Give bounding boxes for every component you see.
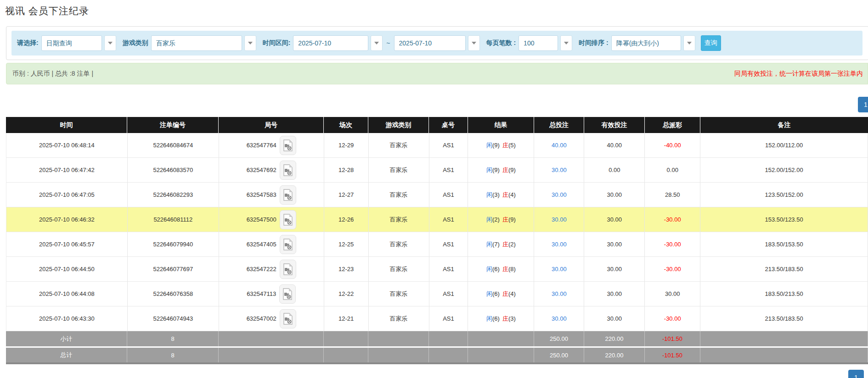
page-size-select[interactable]: 100 [519,35,558,51]
result-player-label: 闲 [486,216,492,224]
result-banker-label: 庄 [502,166,508,174]
cell-total-bet[interactable]: 30.00 [534,306,584,331]
time-sort-dropdown-arrow[interactable] [683,35,695,51]
video-replay-button[interactable] [280,136,296,155]
cell-payout: -30.00 [645,207,700,232]
search-button[interactable]: 查询 [701,35,721,51]
cell-total-bet[interactable]: 30.00 [534,183,584,207]
subtotal-total-bet: 250.00 [534,331,584,346]
table-row: 2025-07-10 06:44:50 522646077697 6325472… [6,257,868,282]
cell-total-bet[interactable]: 30.00 [534,282,584,306]
cell-total-bet[interactable]: 30.00 [534,232,584,256]
video-replay-button[interactable] [280,235,296,254]
table-header-row: 时间 注单编号 局号 场次 游戏类别 桌号 结果 总投注 有效投注 总派彩 备注 [6,117,868,133]
result-banker-value: (3) [508,315,516,322]
video-replay-button[interactable] [280,185,296,205]
cell-session: 12-27 [324,183,369,207]
cell-bet-id: 522646083570 [128,158,219,182]
cell-result: 闲(9) 庄(5) [468,133,534,157]
valid-bet-notice: 同局有效投注，统一计算在该局第一张注单内 [734,70,863,78]
grand-total-total-bet: 250.00 [534,348,584,362]
result-player-value: (6) [492,266,500,272]
cell-time: 2025-07-10 06:48:14 [6,133,128,157]
cell-valid-bet: 30.00 [584,282,645,306]
result-player-label: 闲 [486,265,492,273]
cell-round-id: 632547583 [219,183,324,207]
query-mode-select[interactable]: 日期查询 [41,35,102,51]
video-replay-button[interactable] [280,260,296,279]
cell-time: 2025-07-10 06:44:08 [6,282,128,306]
video-replay-button[interactable] [280,309,296,328]
cell-bet-id: 522646081112 [128,207,219,232]
video-replay-button[interactable] [280,210,296,229]
result-banker-label: 庄 [502,265,508,273]
cell-result: 闲(3) 庄(4) [468,183,534,207]
grand-total-label: 总计 [6,348,127,362]
cell-game-type: 百家乐 [369,232,429,256]
table-row: 2025-07-10 06:46:32 522646081112 6325475… [6,207,868,232]
date-to-dropdown-arrow[interactable] [468,35,480,51]
cell-round-id: 632547222 [219,257,324,281]
cell-session: 12-21 [324,306,369,331]
page-size-label: 每页笔数 : [486,39,516,47]
cell-round-id: 632547692 [219,158,324,182]
time-sort-label: 时间排序 : [579,39,609,47]
result-banker-label: 庄 [502,290,508,298]
video-file-icon [283,139,293,151]
cell-total-bet[interactable]: 30.00 [534,158,584,182]
cell-bet-id: 522646074943 [128,306,219,331]
cell-total-bet[interactable]: 40.00 [534,133,584,157]
date-from-dropdown-arrow[interactable] [371,35,383,51]
date-from-input[interactable]: 2025-07-10 [293,35,368,51]
result-banker-label: 庄 [502,315,508,323]
cell-remark: 213.50/183.50 [700,257,868,281]
cell-game-type: 百家乐 [369,207,429,232]
cell-session: 12-23 [324,257,369,281]
cell-total-bet[interactable]: 30.00 [534,207,584,232]
table-row: 2025-07-10 06:47:42 522646083570 6325476… [6,158,868,183]
date-to-input[interactable]: 2025-07-10 [394,35,466,51]
cell-game-type: 百家乐 [369,306,429,331]
cell-game-type: 百家乐 [369,183,429,207]
table-row: 2025-07-10 06:45:57 522646079940 6325474… [6,232,868,257]
grand-total-count: 8 [127,348,219,362]
filter-bar: 请选择: 日期查询 游戏类别 百家乐 时间区间: 2025-07-10 ~ 20… [11,31,862,56]
video-replay-button[interactable] [279,284,296,304]
result-player-value: (9) [492,167,500,173]
video-file-icon [283,214,293,226]
chevron-down-icon [472,42,476,44]
cell-time: 2025-07-10 06:44:50 [6,257,128,281]
chevron-down-icon [248,42,253,44]
column-header-table-no: 桌号 [429,117,468,133]
cell-round-id: 632547764 [219,133,324,157]
cell-remark: 183.50/153.50 [700,232,868,256]
cell-payout: 28.50 [645,183,700,207]
round-id-text: 632547500 [247,216,276,223]
game-type-dropdown-arrow[interactable] [244,35,256,51]
subtotal-row: 小计 8 250.00 220.00 -101.50 [6,331,868,348]
page-size-dropdown-arrow[interactable] [560,35,572,51]
round-id-text: 632547692 [247,167,276,173]
video-file-icon [283,189,293,201]
result-banker-value: (4) [508,290,516,297]
result-player-value: (2) [492,216,500,223]
subtotal-label: 小计 [6,331,127,346]
time-sort-select[interactable]: 降幂(由大到小) [611,35,681,51]
video-file-icon [283,313,293,325]
table-row: 2025-07-10 06:44:08 522646076358 6325471… [6,282,868,306]
pagination-page-button-bottom[interactable]: 1 [848,370,864,378]
grand-total-payout: -101.50 [645,348,700,362]
query-mode-dropdown-arrow[interactable] [104,35,116,51]
video-replay-button[interactable] [280,161,296,180]
cell-result: 闲(7) 庄(2) [468,232,534,256]
cell-valid-bet: 30.00 [584,232,645,256]
game-type-select[interactable]: 百家乐 [151,35,242,51]
cell-remark: 152.00/152.00 [700,158,868,182]
chevron-down-icon [374,42,379,44]
result-banker-label: 庄 [502,141,508,150]
cell-total-bet[interactable]: 30.00 [534,257,584,281]
column-header-time: 时间 [6,117,127,133]
cell-bet-id: 522646077697 [128,257,219,281]
pagination-page-button-top[interactable]: 1 [858,97,868,112]
cell-payout: -30.00 [645,306,700,331]
